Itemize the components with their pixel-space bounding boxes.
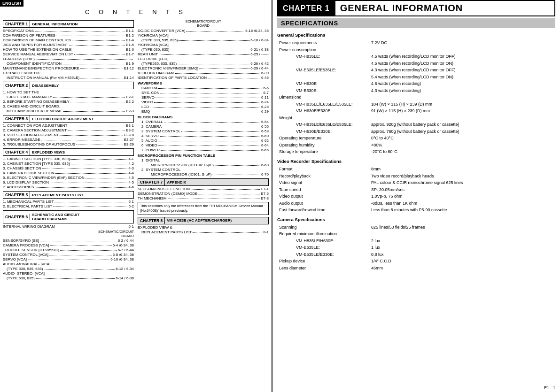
- specs-row: Scanning 625 lines/50 fields/25 frames: [277, 224, 555, 231]
- list-item: SYS. CON 6-7: [138, 91, 269, 95]
- english-badge: ENGLISH: [0, 0, 23, 7]
- specs-row: Power consumption: [277, 47, 555, 54]
- section-label: SPECIFICATIONS: [281, 20, 338, 27]
- list-item: CAMERA 6-6: [138, 86, 269, 90]
- chapter-8-num: CHAPTER 8: [138, 217, 165, 224]
- specs-row: Video output 1.0Vp-p, 75 ohm: [277, 193, 555, 200]
- contents-title: C O N T E N T S: [0, 0, 272, 18]
- list-item: IC BLOCK DIAGRAM 6-30: [138, 71, 269, 75]
- chapter-1-title: GENERAL INFORMATION: [30, 21, 79, 27]
- list-item: 3. CHASSIS SECTION 4-3: [3, 166, 134, 170]
- list-item: EJECT STATE MANUALLY E2-1: [3, 95, 134, 99]
- list-item: 1. MECHANICAL PARTS LIST 5-1: [3, 200, 134, 204]
- chapter-1-header: CHAPTER 1 GENERAL INFORMATION: [3, 20, 134, 28]
- chapter-5-header: CHAPTER 5 REPLACEMENT PARTS LIST: [3, 191, 134, 199]
- specs-row: VM-E635LE/E535LE: 4.3 watts (when record…: [277, 67, 555, 74]
- chapter-6-num: CHAPTER 6: [3, 214, 30, 220]
- list-item: AUDIO -STEREO- [VCA]: [3, 271, 134, 276]
- list-item: JIGS AND TAPES FOR ADJUSTMENT E1-5: [3, 43, 134, 47]
- chapter-3-num: CHAPTER 3: [3, 115, 30, 122]
- specs-row: VM-E330E: 4.3 watts (when recording): [277, 88, 555, 94]
- list-item: 7. POWER 6-66: [138, 148, 269, 152]
- chapter-5-num: CHAPTER 5: [3, 192, 30, 198]
- list-item: MECHANISM BLOCK REMOVAL E2-3: [3, 109, 134, 113]
- list-item: MICROPROCESSOR (IC901: S-μP) 6-70: [138, 172, 269, 177]
- specs-row: Operating humidity <80%: [277, 142, 555, 149]
- list-item: 2. BEFORE STARTING DISASSEMBLY E2-2: [3, 100, 134, 104]
- specs-row: VM-H835LE: 4.5 watts (when recording/LCD…: [277, 54, 555, 60]
- list-item: COMPARISON OF FEATURES E1-2: [3, 33, 134, 38]
- specs-row: Format 8mm: [277, 166, 555, 173]
- list-item: TH MECHANISM E7-8: [138, 196, 269, 200]
- chapter-7-header: CHAPTER 7 APPENDIX: [138, 178, 269, 186]
- list-item: SERVO [VCA] 6-10 /6-34, 38: [3, 257, 134, 261]
- list-item: (TYPE 630, 835) 6-21 / 6-38: [138, 47, 269, 52]
- specs-row: Required minimum illumination: [277, 231, 555, 238]
- list-item: (TYPE 630, 835) 6-14 / 6-38: [3, 276, 134, 280]
- chapter-7-title: APPENDIX: [165, 179, 188, 185]
- list-item: (TYPE 330, 535, 635) 6-18 / 6-34: [138, 38, 269, 42]
- chapter-box-title: GENERAL INFORMATION: [335, 0, 555, 16]
- waveforms-header: WAVEFORMS: [138, 81, 269, 85]
- specs-row: Power requirements 7.2V DC: [277, 40, 555, 46]
- chapter-4-num: CHAPTER 4: [3, 149, 30, 155]
- specs-row: VM-H630E/E330E: approx. 760g (without ba…: [277, 129, 555, 135]
- list-item: AUDIO -MONAURAL- [VCA]: [3, 262, 134, 266]
- specs-row: VM-H630E 4.6 watts (when recording): [277, 81, 555, 87]
- specs-row: Operating temperature 0°C to 40°C: [277, 135, 555, 142]
- list-item: VIDEO 6-24: [138, 100, 269, 104]
- right-panel: CHAPTER 1 GENERAL INFORMATION SPECIFICAT…: [272, 0, 560, 392]
- chapter-title-text: GENERAL INFORMATION: [340, 3, 463, 14]
- list-item: INSTRUCTION MANUAL (For VM-H835LE) E1-14: [3, 76, 134, 80]
- block-diagrams-header: BLOCK DIAGRAMS: [138, 115, 269, 119]
- chapter-6-header: CHAPTER 6 SCHEMATIC AND CIRCUITBOARD DIA…: [3, 210, 134, 223]
- list-item: LCD 6-28: [138, 105, 269, 109]
- chapter-4-title: EXPLODED VEWS: [30, 149, 67, 155]
- specs-row: Pickup device 1/4" C.C.D: [277, 258, 555, 265]
- notice-box: This describes only the differences from…: [138, 202, 269, 215]
- list-item: INTERNAL WIRING DIAGRAM 6-1: [3, 224, 134, 229]
- chapter-4-header: CHAPTER 4 EXPLODED VEWS: [3, 148, 134, 156]
- list-item: (TYPE535, 635, 835) 6-26 / 6-42: [138, 61, 269, 66]
- chapter-2-num: CHAPTER 2: [3, 82, 30, 89]
- list-item: HOW TO USE THE EXTENSION CABLE E1-6: [3, 47, 134, 52]
- specs-row: 5.4 watts (when recording/LCD monitor ON…: [277, 74, 555, 81]
- list-item: SPECIFICATIONS E1-1: [3, 29, 134, 33]
- specs-row: VM-H630E/E330E: 91 (W) × 115 (H) × 239 (…: [277, 108, 555, 115]
- list-item: MICROPROCESSOR (IC1104: D-μP) 6-68: [138, 163, 269, 167]
- specs-row: Tape speed SP: 20.05mm/sec: [277, 187, 555, 193]
- list-item: SERVICE MANUAL ABBREVIATION LIST E1-7: [3, 52, 134, 56]
- list-item: 3. CASES AND CIRCUIT BOARD,: [3, 104, 134, 108]
- specs-content: General Specifications Power requirement…: [277, 32, 555, 271]
- chapter-3-title: ELECTRIC CIRCUIT ADJUSTMENT: [30, 116, 95, 122]
- chapter-banner: CHAPTER 1 GENERAL INFORMATION: [277, 0, 555, 16]
- list-item: SELF-DIAGNOSIC FUNCTION E7-1: [138, 187, 269, 191]
- list-item: CAMERA PROCESS [VCA] 6-4 /6-34, 38: [3, 243, 134, 247]
- list-item: 6. LCD DISPLAY SECTION 4-5: [3, 180, 134, 184]
- list-item: LEADLESS (CHIP): [3, 57, 134, 61]
- specs-row: Record/playback Two video record/playbac…: [277, 173, 555, 180]
- chapter-1-num: CHAPTER 1: [3, 21, 30, 27]
- general-specs-title: General Specifications: [277, 32, 555, 38]
- list-item: EXPLODED VIEW &: [138, 225, 269, 230]
- list-item: EMQ 6-29: [138, 109, 269, 114]
- chapter-8-title: VM-ACE3E (AC ADPTER/CHARGER): [165, 217, 233, 223]
- list-item: 2. ELECTRICAL PARTS LIST 5-2: [3, 204, 134, 208]
- list-item: 5. AUDIO 6-62: [138, 138, 269, 143]
- list-item: 7. ACCESSORIES 4-6: [3, 185, 134, 189]
- list-item: SENSOR/GYRO [SE] 6-2 / 6-44: [3, 238, 134, 243]
- specs-row: Weight: [277, 115, 555, 122]
- specs-row: VM-E535LE/E330E: 0.8 lux: [277, 252, 555, 258]
- chapter-3-header: CHAPTER 3 ELECTRIC CIRCUIT ADJUSTMENT: [3, 115, 134, 123]
- list-item: REPLACEMENT PARTS LIST 8-1: [138, 230, 269, 234]
- list-item: 1. CONNECTION FOR ADJUSTMENT E3-1: [3, 123, 134, 128]
- chapter-8-header: CHAPTER 8 VM-ACE3E (AC ADPTER/CHARGER): [138, 217, 269, 224]
- specs-row: Lens diameter 46mm: [277, 265, 555, 272]
- list-item: 2. SYSTEM CONTROL: [138, 168, 269, 172]
- right-content: CHAPTER 1 GENERAL INFORMATION SPECIFICAT…: [272, 0, 560, 277]
- list-item: Y/CHROMA [VCA]: [138, 33, 269, 38]
- list-item: 5. ELECTRONIC VIEWFINDER (EVF) SECTION 4…: [3, 176, 134, 180]
- video-specs-title: Video Recorder Specifications: [277, 158, 555, 165]
- chapter-6-title: SCHEMATIC AND CIRCUITBOARD DIAGRAMS: [30, 212, 81, 222]
- toc-right-col: SCHEMATIC/CIRCUITBOARD DC-DC CONVERTER […: [136, 18, 269, 281]
